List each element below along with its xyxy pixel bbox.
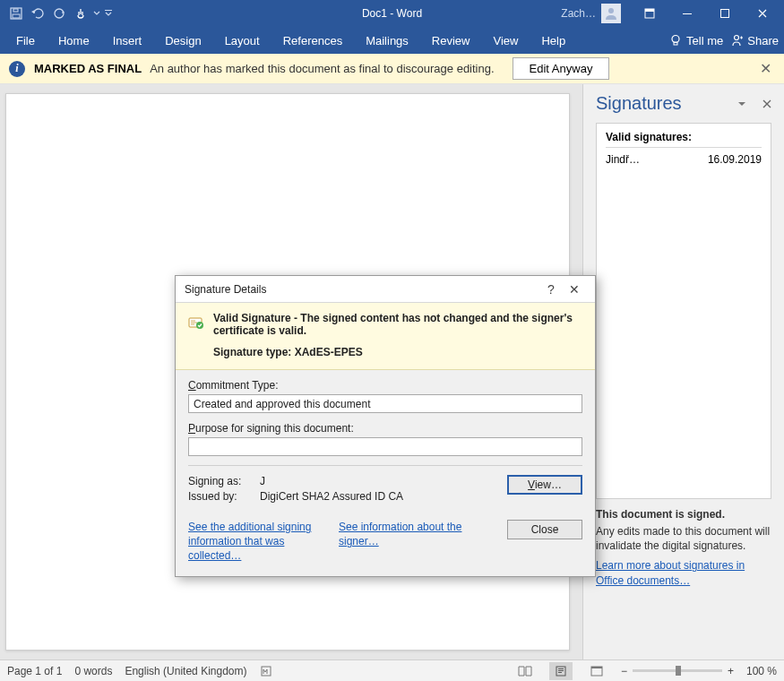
read-mode-icon[interactable] xyxy=(513,662,537,680)
pane-close-icon[interactable] xyxy=(762,99,771,108)
redo-icon[interactable] xyxy=(50,4,68,22)
signatures-section-title: Valid signatures: xyxy=(606,131,762,148)
edit-anyway-button[interactable]: Edit Anyway xyxy=(513,57,610,80)
svg-rect-9 xyxy=(721,10,729,18)
tab-home[interactable]: Home xyxy=(47,29,100,53)
svg-point-12 xyxy=(735,36,739,40)
svg-rect-19 xyxy=(558,672,562,673)
zoom-out-icon[interactable]: − xyxy=(621,665,627,677)
pane-title: Signatures xyxy=(596,93,682,114)
page-indicator[interactable]: Page 1 of 1 xyxy=(7,665,62,677)
tell-me-search[interactable]: Tell me xyxy=(669,34,723,47)
chevron-down-icon[interactable] xyxy=(93,4,100,22)
language-indicator[interactable]: English (United Kingdom) xyxy=(125,665,246,677)
tab-design[interactable]: Design xyxy=(154,29,211,53)
avatar-icon xyxy=(601,4,621,23)
message-bar-close-icon[interactable]: ✕ xyxy=(760,60,771,77)
signer-info: Signing as:J Issued by:DigiCert SHA2 Ass… xyxy=(188,475,403,505)
signatures-list: Valid signatures: Jindř… 16.09.2019 xyxy=(596,123,771,499)
dialog-help-icon[interactable]: ? xyxy=(539,282,563,297)
zoom-thumb[interactable] xyxy=(676,666,681,676)
user-name: Zach… xyxy=(561,7,596,20)
issued-by-value: DigiCert SHA2 Assured ID CA xyxy=(260,490,403,503)
close-icon[interactable] xyxy=(745,0,780,27)
message-bar-text: An author has marked this document as fi… xyxy=(150,62,494,75)
tab-layout[interactable]: Layout xyxy=(214,29,271,53)
signature-valid-icon xyxy=(188,314,204,330)
touch-mode-icon[interactable] xyxy=(72,4,90,22)
zoom-value[interactable]: 100 % xyxy=(746,665,777,677)
signer-info-link[interactable]: See information about the signer… xyxy=(339,520,473,564)
svg-point-3 xyxy=(55,9,64,18)
signature-row[interactable]: Jindř… 16.09.2019 xyxy=(606,153,762,166)
title-bar: Doc1 - Word Zach… xyxy=(0,0,784,27)
signature-details-dialog: Signature Details ? ✕ Valid Signature - … xyxy=(175,275,596,577)
status-bar: Page 1 of 1 0 words English (United King… xyxy=(0,659,784,681)
tab-review[interactable]: Review xyxy=(421,29,481,53)
view-certificate-button[interactable]: View… xyxy=(507,475,582,495)
document-title: Doc1 - Word xyxy=(362,7,422,20)
lightbulb-icon xyxy=(669,34,682,47)
signing-as-value: J xyxy=(260,475,364,487)
dialog-close-icon[interactable]: ✕ xyxy=(563,282,586,297)
svg-point-5 xyxy=(608,8,614,13)
message-bar-title: MARKED AS FINAL xyxy=(34,62,142,75)
share-button[interactable]: Share xyxy=(730,34,779,47)
zoom-in-icon[interactable]: + xyxy=(728,665,734,677)
user-account[interactable]: Zach… xyxy=(561,4,621,23)
ribbon: File Home Insert Design Layout Reference… xyxy=(0,27,784,54)
tell-me-label: Tell me xyxy=(686,34,723,47)
banner-sig-type: Signature type: XAdES-EPES xyxy=(213,346,582,358)
close-button[interactable]: Close xyxy=(507,520,582,539)
purpose-field[interactable] xyxy=(188,437,582,456)
tab-view[interactable]: View xyxy=(482,29,529,53)
window-title: Doc1 - Word xyxy=(362,7,422,20)
tab-references[interactable]: References xyxy=(272,29,353,53)
word-count[interactable]: 0 words xyxy=(74,665,112,677)
commitment-type-field[interactable]: Created and approved this document xyxy=(188,394,582,413)
signatures-pane: Signatures Valid signatures: Jindř… 16.0… xyxy=(582,84,784,659)
qat-customize-icon[interactable] xyxy=(104,4,113,22)
pane-menu-icon[interactable] xyxy=(737,99,746,108)
svg-rect-17 xyxy=(558,668,564,669)
svg-point-10 xyxy=(672,36,679,43)
tab-file[interactable]: File xyxy=(5,29,46,53)
svg-rect-11 xyxy=(674,42,677,45)
dialog-title: Signature Details xyxy=(185,283,539,296)
signature-date: 16.09.2019 xyxy=(708,153,762,166)
zoom-track[interactable] xyxy=(633,669,722,672)
maximize-icon[interactable] xyxy=(707,0,743,27)
macro-icon[interactable] xyxy=(260,665,272,677)
share-icon xyxy=(730,34,743,47)
svg-rect-7 xyxy=(645,9,654,12)
zoom-slider[interactable]: − + xyxy=(621,665,734,677)
banner-message: Valid Signature - The signed content has… xyxy=(213,312,573,337)
tab-help[interactable]: Help xyxy=(530,29,576,53)
additional-signing-info-link[interactable]: See the additional signing information t… xyxy=(188,520,323,564)
dialog-titlebar: Signature Details ? ✕ xyxy=(176,276,595,303)
dialog-banner: Valid Signature - The signed content has… xyxy=(176,303,595,370)
svg-rect-8 xyxy=(683,13,692,14)
svg-rect-2 xyxy=(13,9,18,12)
svg-rect-4 xyxy=(105,10,112,11)
learn-more-link[interactable]: Learn more about signatures in Office do… xyxy=(596,558,771,587)
issued-by-label: Issued by: xyxy=(188,490,260,503)
tab-mailings[interactable]: Mailings xyxy=(355,29,419,53)
print-layout-icon[interactable] xyxy=(549,662,573,680)
commitment-type-label: Commitment Type: xyxy=(188,379,582,392)
pane-footer-desc: Any edits made to this document will inv… xyxy=(596,524,771,553)
share-label: Share xyxy=(747,34,779,47)
ribbon-display-icon[interactable] xyxy=(632,0,668,27)
signature-name: Jindř… xyxy=(606,153,640,166)
pane-footer: This document is signed. Any edits made … xyxy=(596,508,771,588)
svg-rect-21 xyxy=(591,667,602,668)
purpose-label: Purpose for signing this document: xyxy=(188,422,582,435)
minimize-icon[interactable] xyxy=(669,0,705,27)
tab-insert[interactable]: Insert xyxy=(102,29,153,53)
svg-rect-18 xyxy=(558,670,564,671)
web-layout-icon[interactable] xyxy=(585,662,608,680)
undo-icon[interactable] xyxy=(29,4,47,22)
svg-rect-1 xyxy=(13,14,20,18)
save-icon[interactable] xyxy=(7,4,25,22)
workspace: Signatures Valid signatures: Jindř… 16.0… xyxy=(0,84,784,659)
